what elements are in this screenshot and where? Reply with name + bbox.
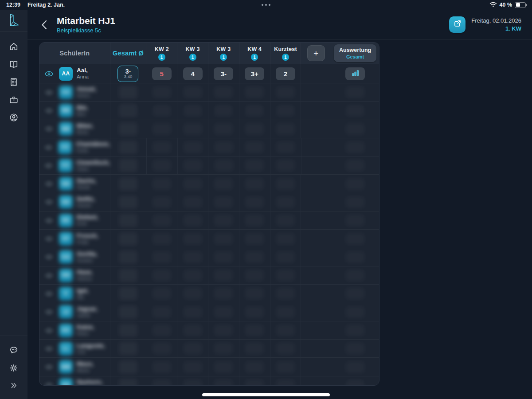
avatar: NN bbox=[59, 378, 73, 386]
entry-count-badge: 1 bbox=[282, 54, 289, 61]
student-row: DDDachs,David bbox=[39, 174, 379, 192]
avatar: GG bbox=[59, 250, 73, 264]
blurred-grade-placeholder bbox=[245, 343, 264, 354]
blurred-grade-placeholder bbox=[214, 215, 233, 226]
blurred-grade-placeholder bbox=[214, 251, 233, 263]
status-time: 12:39 bbox=[6, 2, 20, 8]
add-column-button[interactable]: + bbox=[307, 45, 325, 61]
eye-icon[interactable] bbox=[42, 218, 55, 223]
eye-icon[interactable] bbox=[42, 90, 55, 95]
eye-icon[interactable] bbox=[42, 309, 55, 315]
eye-icon[interactable] bbox=[42, 364, 55, 370]
blurred-grade-placeholder bbox=[153, 251, 171, 263]
column-header-add: + bbox=[301, 43, 331, 64]
student-chart-button[interactable] bbox=[345, 67, 365, 80]
student-cell: EEElefant,Emil bbox=[39, 211, 110, 229]
grade-box[interactable]: 3+ bbox=[245, 67, 264, 80]
header-week: 1. KW bbox=[505, 25, 521, 32]
column-header-kw3a: KW 31 bbox=[177, 43, 208, 64]
eye-icon[interactable] bbox=[42, 71, 55, 77]
average-grade-box[interactable]: 3-3,40 bbox=[117, 66, 138, 82]
blurred-grade-placeholder bbox=[119, 122, 137, 136]
blurred-grade-placeholder bbox=[119, 342, 137, 355]
student-name: Maus,Maria bbox=[77, 360, 94, 373]
blurred-grade-placeholder bbox=[119, 287, 137, 300]
blurred-grade-placeholder bbox=[119, 379, 137, 386]
main-area: Mitarbeit HJ1 Beispielklasse 5c Freitag,… bbox=[27, 10, 532, 399]
student-row: NNNashorn,Nils bbox=[39, 376, 379, 386]
grade-box[interactable]: 5 bbox=[152, 67, 172, 80]
student-cell: BBBiber,Boris bbox=[39, 120, 110, 138]
eye-icon[interactable] bbox=[42, 199, 55, 205]
blurred-grade-placeholder bbox=[119, 250, 137, 264]
blurred-grade-placeholder bbox=[119, 86, 137, 99]
blurred-grade-placeholder bbox=[214, 196, 233, 208]
eye-icon[interactable] bbox=[42, 273, 55, 278]
back-button[interactable] bbox=[38, 18, 50, 31]
grade-box[interactable]: 2 bbox=[276, 67, 295, 80]
blurred-grade-placeholder bbox=[153, 288, 171, 299]
eye-icon[interactable] bbox=[42, 126, 55, 132]
blurred-grade-placeholder bbox=[245, 160, 264, 171]
entry-count-badge: 1 bbox=[220, 54, 227, 61]
home-indicator[interactable] bbox=[202, 393, 330, 396]
blurred-grade-placeholder bbox=[276, 270, 295, 281]
sidebar-item-feedback[interactable] bbox=[8, 345, 19, 356]
eye-icon[interactable] bbox=[42, 346, 55, 352]
eye-icon[interactable] bbox=[42, 382, 55, 386]
student-cell: NNNashorn,Nils bbox=[39, 376, 110, 386]
student-name: Igel,Ida bbox=[77, 287, 89, 300]
blurred-grade-placeholder bbox=[119, 214, 137, 227]
page-subtitle: Beispielklasse 5c bbox=[57, 27, 115, 34]
blurred-grade-placeholder bbox=[153, 105, 171, 116]
blurred-grade-placeholder bbox=[245, 251, 264, 263]
sidebar-item-account[interactable] bbox=[8, 112, 19, 123]
sidebar-item-settings[interactable] bbox=[8, 363, 19, 373]
sidebar-item-home[interactable] bbox=[8, 41, 19, 52]
blurred-grade-placeholder bbox=[215, 160, 233, 171]
account-icon bbox=[9, 113, 19, 122]
column-label: SchülerIn bbox=[59, 50, 90, 57]
blurred-grade-placeholder bbox=[245, 86, 264, 98]
sidebar-item-grades[interactable] bbox=[8, 77, 19, 87]
blurred-grade-placeholder bbox=[276, 105, 295, 116]
eye-icon[interactable] bbox=[42, 254, 55, 260]
auswertung-header-card[interactable]: AuswertungGesamt bbox=[334, 44, 376, 62]
avatar: KK bbox=[59, 324, 73, 337]
sidebar-item-expand[interactable] bbox=[8, 380, 19, 391]
grade-box[interactable]: 3- bbox=[214, 67, 233, 80]
blurred-grade-placeholder bbox=[184, 306, 202, 318]
eye-icon[interactable] bbox=[42, 145, 55, 150]
export-button[interactable] bbox=[449, 16, 466, 33]
eye-icon[interactable] bbox=[42, 328, 55, 333]
student-cell: GGGorilla,Gustav bbox=[39, 248, 110, 266]
eye-icon[interactable] bbox=[42, 181, 55, 187]
student-cell: AAAal,Anna bbox=[39, 64, 110, 83]
battery-icon bbox=[515, 2, 526, 8]
eye-icon[interactable] bbox=[42, 236, 55, 242]
sidebar-item-work[interactable] bbox=[8, 94, 19, 105]
eye-icon[interactable] bbox=[42, 108, 55, 113]
column-label: Kurztest bbox=[274, 46, 297, 52]
blurred-grade-placeholder bbox=[276, 306, 295, 318]
blurred-grade-placeholder bbox=[184, 141, 202, 153]
student-cell: DDDachs,David bbox=[39, 175, 110, 192]
blurred-grade-placeholder bbox=[153, 306, 171, 318]
grade-box[interactable]: 4 bbox=[183, 67, 203, 80]
avatar: AA bbox=[59, 86, 73, 99]
student-cell: HHHase,Hanna bbox=[39, 266, 110, 284]
status-date: Freitag 2. Jan. bbox=[27, 2, 65, 8]
eye-icon[interactable] bbox=[42, 291, 55, 297]
battery-percent: 40 % bbox=[500, 2, 512, 8]
student-row: CCClownfisch,Clara bbox=[39, 156, 379, 174]
blurred-grade-placeholder bbox=[153, 215, 171, 226]
student-row: GGGorilla,Gustav bbox=[39, 248, 379, 266]
student-row: AAAal,Anna3-3,40543-3+2 bbox=[39, 64, 379, 83]
sidebar-item-classbook[interactable] bbox=[8, 59, 19, 70]
blurred-grade-placeholder bbox=[346, 86, 364, 98]
blurred-grade-placeholder bbox=[119, 141, 137, 154]
blurred-grade-placeholder bbox=[245, 325, 264, 336]
blurred-grade-placeholder bbox=[214, 123, 233, 135]
eye-icon[interactable] bbox=[42, 163, 55, 168]
student-cell: BBBär,Ben bbox=[39, 102, 110, 119]
